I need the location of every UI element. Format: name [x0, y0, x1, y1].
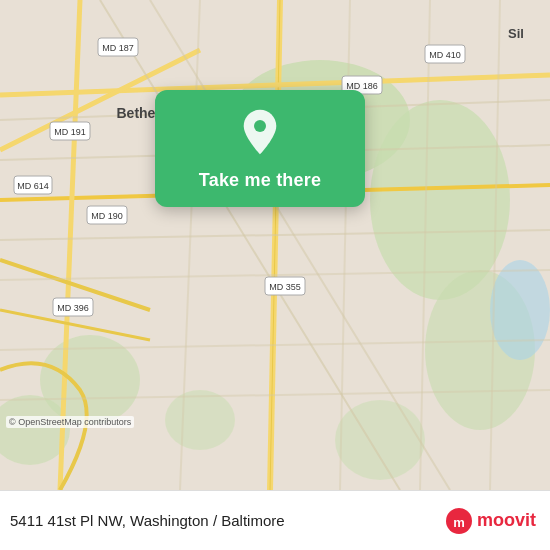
location-card: Take me there	[155, 90, 365, 207]
svg-point-47	[254, 120, 266, 132]
svg-point-6	[165, 390, 235, 450]
bottom-bar: 5411 41st Pl NW, Washington / Baltimore …	[0, 490, 550, 550]
svg-text:Sil: Sil	[508, 26, 524, 41]
address-text: 5411 41st Pl NW, Washington / Baltimore	[10, 512, 285, 529]
svg-text:MD 191: MD 191	[54, 127, 86, 137]
svg-text:MD 410: MD 410	[429, 50, 461, 60]
svg-point-8	[490, 260, 550, 360]
svg-text:MD 396: MD 396	[57, 303, 89, 313]
moovit-logo: m moovit	[445, 507, 536, 535]
svg-text:MD 355: MD 355	[269, 282, 301, 292]
take-me-there-button[interactable]: Take me there	[199, 168, 321, 193]
moovit-logo-text: moovit	[477, 510, 536, 531]
svg-point-2	[370, 100, 510, 300]
svg-text:m: m	[453, 515, 465, 530]
map-container: MD 187 MD 191 MD 410 MD 186 MD 190 MD 61…	[0, 0, 550, 490]
svg-point-7	[335, 400, 425, 480]
svg-text:MD 614: MD 614	[17, 181, 49, 191]
moovit-brand-icon: m	[445, 507, 473, 535]
map-pin-icon	[236, 108, 284, 156]
osm-attribution: © OpenStreetMap contributors	[6, 416, 134, 428]
svg-text:MD 190: MD 190	[91, 211, 123, 221]
svg-text:MD 187: MD 187	[102, 43, 134, 53]
